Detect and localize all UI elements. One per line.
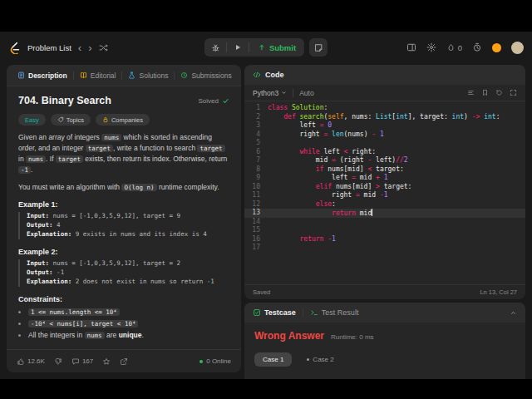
code-line[interactable]: 3 left = 0 xyxy=(244,121,525,131)
testcase-icon xyxy=(253,308,261,317)
companies-label: Companies xyxy=(111,116,143,124)
code-panel-title: Code xyxy=(265,71,284,79)
top-navbar: Problem List ‹ › xyxy=(0,32,532,63)
code-line[interactable]: 7 mid = (right - left)//2 xyxy=(244,156,525,165)
difficulty-badge[interactable]: Easy xyxy=(18,114,46,126)
code-line[interactable]: 2 def search(self, nums: List[int], targ… xyxy=(244,113,525,122)
online-label: 0 Online xyxy=(206,357,231,365)
leetcode-logo[interactable] xyxy=(8,42,21,54)
premium-icon[interactable] xyxy=(492,43,501,52)
case-button-2[interactable]: Case 2 xyxy=(298,352,342,367)
cursor-position[interactable]: Ln 13, Col 27 xyxy=(480,288,517,296)
dislike-button[interactable] xyxy=(54,357,62,366)
code-line[interactable]: 14 xyxy=(244,218,525,227)
code-line[interactable]: 16 return -1 xyxy=(244,235,525,244)
tab-solutions[interactable]: Solutions xyxy=(122,65,174,86)
code-line[interactable]: 8 if nums[mid] < target: xyxy=(244,165,525,175)
code-line[interactable]: 10 elif nums[mid] > target: xyxy=(244,183,525,192)
test-panel-header: Testcase Test Result xyxy=(244,303,525,323)
tab-label: Description xyxy=(28,71,67,80)
constraint-item: -10⁴ < nums[i], target < 10⁴ xyxy=(28,319,229,328)
layout-icon[interactable] xyxy=(406,42,416,52)
shuffle-icon[interactable] xyxy=(99,43,108,52)
description-tabbar: Description Editorial Solutions xyxy=(7,65,241,86)
editorial-icon xyxy=(80,71,87,79)
tab-test-result[interactable]: Test Result xyxy=(310,308,359,317)
language-selector[interactable]: Python3 xyxy=(253,89,287,97)
example-block: Input: nums = [-1,0,3,5,9,12], target = … xyxy=(18,212,229,239)
code-editor[interactable]: 1class Solution:2 def search(self, nums:… xyxy=(244,101,525,284)
share-button[interactable] xyxy=(120,357,128,366)
case-buttons: Case 1Case 2 xyxy=(254,352,515,367)
code-line[interactable]: 4 right = len(nums) - 1 xyxy=(244,131,525,140)
case-button-1[interactable]: Case 1 xyxy=(254,352,292,367)
comment-icon xyxy=(71,357,80,366)
line-number: 10 xyxy=(244,183,268,192)
code-line[interactable]: 5 xyxy=(244,139,525,148)
problem-list-link[interactable]: Problem List xyxy=(27,43,71,52)
auto-complete-toggle[interactable]: Auto xyxy=(299,89,314,97)
user-avatar[interactable] xyxy=(511,42,524,54)
topics-tag[interactable]: Topics xyxy=(51,114,91,126)
run-button[interactable] xyxy=(227,38,249,57)
code-line[interactable]: 9 left = mid + 1 xyxy=(244,174,525,183)
flame-icon xyxy=(446,43,456,52)
notes-button[interactable] xyxy=(309,38,328,57)
problem-title: 704. Binary Search xyxy=(18,95,111,106)
editor-toolbar: Python3 Auto xyxy=(244,85,525,101)
line-number: 4 xyxy=(244,131,268,140)
line-number: 8 xyxy=(244,165,268,175)
code-editor-panel: Code Python3 Auto xyxy=(244,65,525,299)
favorite-button[interactable] xyxy=(102,357,111,366)
format-icon[interactable] xyxy=(467,89,475,96)
line-number: 16 xyxy=(244,235,268,244)
description-paragraph: You must write an algorithm with O(log n… xyxy=(18,182,229,193)
thumbs-up-icon xyxy=(17,357,25,366)
line-number: 14 xyxy=(244,218,268,227)
editor-statusbar: Saved Ln 13, Col 27 xyxy=(244,284,525,299)
bookmark-icon[interactable] xyxy=(481,89,489,96)
companies-tag[interactable]: Companies xyxy=(96,114,150,126)
play-icon xyxy=(234,43,242,52)
submit-button[interactable]: Submit xyxy=(249,38,304,57)
save-status: Saved xyxy=(253,288,270,296)
comments-button[interactable]: 167 xyxy=(71,357,93,366)
star-icon xyxy=(102,357,111,366)
daily-streak[interactable]: 0 xyxy=(446,43,462,52)
timer-icon[interactable] xyxy=(472,42,482,52)
tab-label: Solutions xyxy=(139,71,168,80)
test-result-tab-label: Test Result xyxy=(322,308,359,317)
code-line[interactable]: 15 xyxy=(244,226,525,235)
reset-icon[interactable] xyxy=(495,89,503,96)
test-result-panel: Testcase Test Result Wrong Answer Runtim… xyxy=(244,303,525,379)
code-line[interactable]: 1class Solution: xyxy=(244,104,525,113)
code-line[interactable]: 17 xyxy=(244,244,525,253)
code-line[interactable]: 11 right = mid -1 xyxy=(244,191,525,200)
chevron-up-icon[interactable] xyxy=(510,309,517,317)
problem-description[interactable]: 704. Binary Search Solved Easy xyxy=(7,86,241,349)
prev-problem-button[interactable]: ‹ xyxy=(78,42,81,53)
bug-icon xyxy=(210,43,219,52)
constraint-item: 1 <= nums.length <= 10⁴ xyxy=(28,308,229,316)
example-label: Example 2: xyxy=(18,248,229,256)
tab-editorial[interactable]: Editorial xyxy=(74,65,122,86)
debug-button[interactable] xyxy=(204,38,226,57)
tab-submissions[interactable]: Submissions xyxy=(175,65,237,86)
tags-row: Easy Topics Companies xyxy=(18,114,229,126)
next-problem-button[interactable]: › xyxy=(88,42,91,53)
solved-status: Solved xyxy=(199,97,229,105)
code-line[interactable]: 13 return mid xyxy=(244,209,525,218)
tab-label: Submissions xyxy=(191,71,231,80)
line-number: 13 xyxy=(244,209,268,218)
code-line[interactable]: 12 else: xyxy=(244,200,525,209)
solved-label: Solved xyxy=(199,97,219,105)
line-number: 6 xyxy=(244,148,268,157)
code-line[interactable]: 6 while left < right: xyxy=(244,148,525,157)
share-icon xyxy=(120,357,128,366)
settings-gear-icon[interactable] xyxy=(426,42,436,52)
chevron-down-icon xyxy=(281,90,287,96)
tab-testcase[interactable]: Testcase xyxy=(253,308,296,317)
fullscreen-icon[interactable] xyxy=(510,89,517,96)
like-button[interactable]: 12.6K xyxy=(17,357,45,366)
tab-description[interactable]: Description xyxy=(12,65,73,86)
